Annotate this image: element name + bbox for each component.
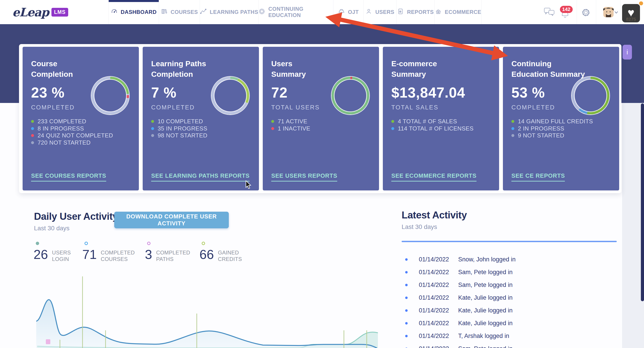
- legend-dot: [512, 134, 514, 137]
- stat-dot: [147, 242, 150, 245]
- bullet-icon: [405, 335, 408, 337]
- legend-dot: [31, 120, 34, 123]
- users-summary-donut: [332, 77, 369, 114]
- activity-row: 01/14/2022Snow, John logged in: [402, 253, 621, 266]
- tab-label: COURSES: [170, 9, 198, 15]
- pink-marker: [46, 339, 50, 344]
- info-button[interactable]: i: [622, 45, 632, 60]
- see-ce-reports-link[interactable]: SEE CE REPORTS: [512, 172, 565, 181]
- tab-label: REPORTS: [407, 9, 434, 15]
- latest-activity-header: Latest Activity Last 30 days: [402, 209, 467, 230]
- tab-courses[interactable]: COURSES: [159, 0, 200, 24]
- stat-dot: [36, 242, 39, 245]
- tab-ojt[interactable]: OJT: [333, 0, 363, 24]
- eleap-logo: eLeap: [12, 5, 49, 19]
- legend-dot: [271, 120, 274, 123]
- activity-row: 01/14/2022Kate, Julie logged in: [402, 317, 621, 330]
- user-icon: [366, 8, 372, 16]
- card-metric: $13,847.04 TOTAL SALES: [391, 84, 465, 111]
- stat-dot: [84, 242, 88, 245]
- card-users-summary: UsersSummary 72 TOTAL USERS 71 ACTIVE 1 …: [263, 47, 379, 190]
- legend-dot: [391, 120, 394, 123]
- card-title: E-commerceSummary: [391, 58, 437, 80]
- daily-user-activity-header: Daily User Activity Last 30 days: [34, 211, 118, 232]
- user-avatar[interactable]: [603, 7, 614, 17]
- tab-continuing-education[interactable]: CONTINUING EDUCATION: [258, 0, 333, 24]
- hard-hat-icon: [338, 8, 345, 16]
- chevron-down-icon[interactable]: [614, 11, 618, 15]
- tab-label: OJT: [348, 9, 359, 15]
- legend-dot: [512, 120, 514, 123]
- settings-gear-icon[interactable]: [582, 8, 590, 18]
- card-continuing-education-summary: ContinuingEducation Summary 53 % COMPLET…: [503, 47, 619, 190]
- status-dot: [639, 1, 643, 5]
- continuing-education-donut: [572, 77, 609, 114]
- bullet-icon: [405, 284, 408, 286]
- card-legend: 14 GAINED FULL CREDITS 2 IN PROGRESS 9 N…: [512, 118, 593, 139]
- brand[interactable]: eLeap LMS: [12, 0, 68, 24]
- tab-label: DASHBOARD: [121, 9, 157, 15]
- bullet-icon: [405, 258, 408, 261]
- download-complete-user-activity-button[interactable]: DOWNLOAD COMPLETE USER ACTIVITY: [114, 212, 229, 228]
- daily-user-activity-title: Daily User Activity: [34, 211, 118, 222]
- books-icon: [161, 8, 168, 16]
- legend-dot: [151, 127, 154, 130]
- see-users-reports-link[interactable]: SEE USERS REPORTS: [271, 172, 337, 181]
- see-learning-paths-reports-link[interactable]: SEE LEARNING PATHS REPORTS: [151, 172, 250, 181]
- bullet-icon: [405, 271, 408, 273]
- legend-dot: [391, 127, 394, 130]
- card-title: UsersSummary: [271, 58, 306, 80]
- top-navigation: eLeap LMS DASHBOARD COURSES LEARNING PAT…: [0, 0, 644, 24]
- activity-row: 01/14/2022Kate, Julie logged in: [402, 291, 621, 304]
- activity-row: 01/14/2022Sam, Pete logged in: [402, 266, 621, 279]
- legend-dot: [31, 134, 34, 137]
- dashboard-icon: [111, 8, 118, 16]
- see-courses-reports-link[interactable]: SEE COURSES REPORTS: [31, 172, 106, 181]
- card-metric: 23 % COMPLETED: [31, 84, 75, 111]
- latest-activity-list: 01/14/2022Snow, John logged in 01/14/202…: [402, 253, 621, 348]
- stat-completed-courses: 71 COMPLETEDCOURSES: [82, 242, 135, 262]
- card-learning-paths-completion: Learning PathsCompletion 7 % COMPLETED 1…: [143, 47, 259, 190]
- legend-dot: [271, 127, 274, 130]
- card-legend: 10 COMPLETED 35 IN PROGRESS 98 NOT START…: [151, 118, 207, 139]
- tab-learning-paths[interactable]: LEARNING PATHS: [200, 0, 258, 24]
- legend-dot: [512, 127, 514, 130]
- latest-activity-subtitle: Last 30 days: [402, 223, 467, 230]
- likes-heart-widget[interactable]: ♥ 8275: [622, 4, 640, 22]
- tab-ecommerce[interactable]: ECOMMERCE: [434, 0, 482, 24]
- lms-badge: LMS: [52, 8, 68, 17]
- path-chart-icon: [200, 8, 206, 16]
- stat-completed-paths: 3 COMPLETEDPATHS: [145, 242, 190, 262]
- stat-dot: [202, 242, 205, 245]
- card-legend: 233 COMPLETED 8 IN PROGRESS 24 QUIZ NOT …: [31, 118, 113, 146]
- notification-count-badge[interactable]: 142: [560, 6, 573, 13]
- tab-dashboard[interactable]: DASHBOARD: [108, 0, 159, 24]
- messages-icon[interactable]: [544, 7, 556, 18]
- basket-icon: [435, 8, 442, 16]
- latest-activity-title: Latest Activity: [402, 209, 467, 221]
- course-completion-donut: [92, 77, 129, 114]
- tab-label: LEARNING PATHS: [210, 9, 258, 15]
- bullet-icon: [405, 322, 408, 324]
- see-ecommerce-reports-link[interactable]: SEE ECOMMERCE REPORTS: [391, 172, 476, 181]
- stat-users-login: 26 USERSLOGIN: [34, 242, 71, 262]
- legend-dot: [31, 127, 34, 130]
- card-course-completion: CourseCompletion 23 % COMPLETED 233 COMP…: [22, 47, 139, 190]
- tab-reports[interactable]: REPORTS: [396, 0, 434, 24]
- card-legend: 71 ACTIVE 1 INACTIVE: [271, 118, 310, 132]
- bullet-icon: [405, 309, 408, 312]
- card-legend: 4 TOTAL # OF SALES 114 TOTAL # OF LICENS…: [391, 118, 474, 132]
- daily-activity-chart: [35, 269, 378, 348]
- report-icon: [397, 8, 404, 16]
- activity-row: 01/14/2022Kate, Julie logged in: [402, 304, 621, 317]
- card-metric: 7 % COMPLETED: [151, 84, 195, 111]
- vertical-scrollbar[interactable]: [641, 103, 644, 301]
- activity-row: 01/14/2022Sam, Pete logged in: [402, 342, 621, 348]
- card-metric: 72 TOTAL USERS: [271, 84, 320, 111]
- tab-users[interactable]: USERS: [363, 0, 396, 24]
- summary-cards-panel: CourseCompletion 23 % COMPLETED 233 COMP…: [19, 44, 622, 193]
- legend-dot: [151, 134, 154, 137]
- card-title: Learning PathsCompletion: [151, 58, 206, 80]
- stat-gained-credits: 66 GAINEDCREDITS: [200, 242, 242, 262]
- tab-label: CONTINUING EDUCATION: [268, 6, 333, 18]
